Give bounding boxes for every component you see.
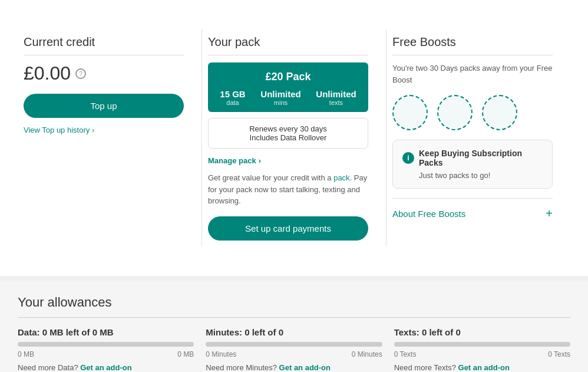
texts-range: 0 Texts 0 Texts <box>394 350 570 358</box>
texts-need-more: Need more Texts? Get an add-on <box>394 363 570 372</box>
pack-card: £20 Pack 15 GB data Unlimited mins Unlim… <box>208 62 368 112</box>
minutes-get-addon-link[interactable]: Get an add-on <box>279 363 331 372</box>
free-boosts-description: You're two 30 Days packs away from your … <box>392 62 553 85</box>
data-range: 0 MB 0 MB <box>18 350 194 358</box>
minutes-need-more-text: Need more Minutes? <box>206 363 279 372</box>
view-history-text: View Top up history <box>24 126 90 134</box>
pack-mins-value: Unlimited <box>260 89 300 99</box>
manage-pack-link[interactable]: Manage pack › <box>208 156 261 165</box>
minutes-right-label: 0 Minutes <box>352 350 382 358</box>
your-pack-panel: Your pack £20 Pack 15 GB data Unlimited … <box>202 29 387 246</box>
credit-info-icon[interactable]: ? <box>75 68 86 79</box>
data-progress-bar <box>18 342 194 347</box>
pack-feature-mins: Unlimited mins <box>260 89 300 106</box>
your-pack-title: Your pack <box>208 35 368 55</box>
pack-feature-data: 15 GB data <box>220 89 245 106</box>
pack-mins-label: mins <box>274 99 288 106</box>
about-free-boosts-section[interactable]: About Free Boosts + <box>392 198 553 220</box>
free-boosts-title: Free Boosts <box>392 35 553 55</box>
current-credit-panel: Current credit £0.00 ? Top up View Top u… <box>18 29 202 246</box>
boost-info-icon: i <box>402 152 414 164</box>
boost-circle-2 <box>437 95 473 130</box>
free-boosts-panel: Free Boosts You're two 30 Days packs awa… <box>387 29 570 246</box>
credit-amount-display: £0.00 ? <box>24 62 184 84</box>
boost-circle-1 <box>392 95 428 130</box>
data-left-label: 0 MB <box>18 350 34 358</box>
allowance-minutes-label: Minutes: 0 left of 0 <box>206 327 382 337</box>
pack-details: Renews every 30 days Includes Data Rollo… <box>208 118 368 149</box>
boost-circles-container <box>392 95 553 130</box>
pack-includes: Includes Data Rollover <box>214 133 362 142</box>
minutes-range: 0 Minutes 0 Minutes <box>206 350 382 358</box>
data-right-label: 0 MB <box>177 350 194 358</box>
pack-name: £20 Pack <box>214 71 362 83</box>
top-up-button[interactable]: Top up <box>24 94 184 118</box>
allowance-data-label: Data: 0 MB left of 0 MB <box>18 327 194 337</box>
allowance-texts-label: Texts: 0 left of 0 <box>394 327 570 337</box>
current-credit-title: Current credit <box>24 35 184 55</box>
allowances-title: Your allowances <box>18 295 570 318</box>
credit-value: £0.00 <box>24 62 71 84</box>
data-need-more: Need more Data? Get an add-on <box>18 363 194 372</box>
pack-texts-value: Unlimited <box>316 89 356 99</box>
minutes-left-label: 0 Minutes <box>206 350 236 358</box>
minutes-progress-bar <box>206 342 382 347</box>
set-up-card-payments-button[interactable]: Set up card payments <box>208 216 368 241</box>
boost-callout-title: i Keep Buying Subscription Packs <box>402 149 543 167</box>
pack-renews: Renews every 30 days <box>214 124 362 133</box>
allowance-data-title: Data: 0 MB left of 0 MB <box>18 327 114 337</box>
texts-need-more-text: Need more Texts? <box>394 363 458 372</box>
boost-callout: i Keep Buying Subscription Packs Just tw… <box>392 140 553 189</box>
data-get-addon-link[interactable]: Get an add-on <box>80 363 131 372</box>
pack-data-label: data <box>226 99 239 106</box>
view-history-arrow: › <box>92 126 94 134</box>
boost-circle-3 <box>482 95 517 130</box>
boost-callout-title-text: Keep Buying Subscription Packs <box>419 149 543 167</box>
pack-link[interactable]: pack <box>333 173 349 182</box>
texts-get-addon-link[interactable]: Get an add-on <box>458 363 510 372</box>
pack-description: Get great value for your credit with a p… <box>208 172 368 207</box>
data-need-more-text: Need more Data? <box>18 363 80 372</box>
allowance-texts-title: Texts: 0 left of 0 <box>394 327 461 337</box>
manage-pack-text: Manage pack <box>208 156 256 165</box>
pack-feature-texts: Unlimited texts <box>316 89 356 106</box>
about-free-boosts-toggle-icon: + <box>546 207 553 220</box>
texts-left-label: 0 Texts <box>394 350 417 358</box>
allowance-minutes: Minutes: 0 left of 0 0 Minutes 0 Minutes… <box>206 327 382 372</box>
view-history-link[interactable]: View Top up history › <box>24 126 94 134</box>
allowance-texts: Texts: 0 left of 0 0 Texts 0 Texts Need … <box>394 327 570 372</box>
allowance-data: Data: 0 MB left of 0 MB 0 MB 0 MB Need m… <box>18 327 194 372</box>
allowances-grid: Data: 0 MB left of 0 MB 0 MB 0 MB Need m… <box>18 327 570 372</box>
minutes-need-more: Need more Minutes? Get an add-on <box>206 363 382 372</box>
pack-features: 15 GB data Unlimited mins Unlimited text… <box>214 89 362 106</box>
pack-texts-label: texts <box>329 99 343 106</box>
boost-callout-subtitle: Just two packs to go! <box>419 171 543 180</box>
pack-data-value: 15 GB <box>220 89 245 99</box>
texts-progress-bar <box>394 342 570 347</box>
manage-pack-arrow: › <box>259 156 261 165</box>
texts-right-label: 0 Texts <box>548 350 570 358</box>
about-free-boosts-label: About Free Boosts <box>392 209 465 219</box>
allowance-minutes-title: Minutes: 0 left of 0 <box>206 327 283 337</box>
